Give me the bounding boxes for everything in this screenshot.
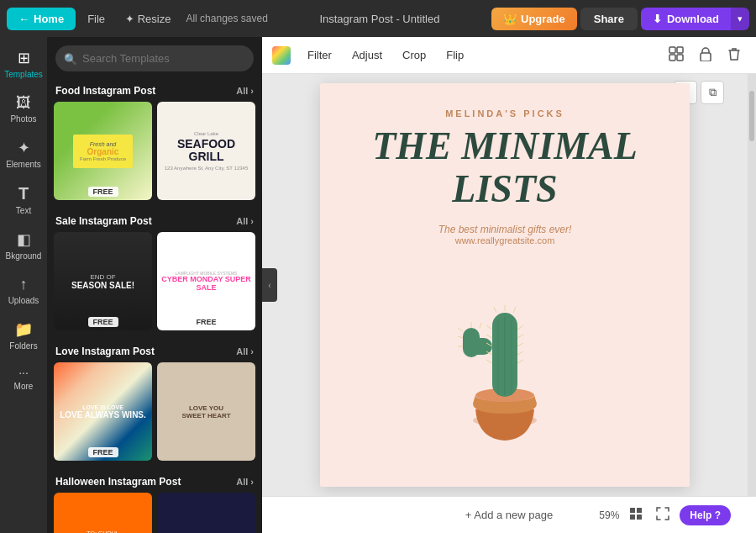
- filter-button[interactable]: Filter: [299, 45, 340, 66]
- background-label: Bkground: [6, 251, 42, 261]
- food-section-all[interactable]: All ›: [236, 86, 254, 96]
- svg-line-13: [486, 325, 492, 330]
- svg-line-20: [517, 343, 523, 346]
- free-badge-sale2: FREE: [191, 317, 221, 327]
- folders-label: Folders: [9, 341, 37, 351]
- food-section: Food Instagram Post All › Fresh and Orga…: [54, 80, 255, 200]
- free-badge-food1: FREE: [87, 187, 118, 197]
- card-desc-line2: www.reallygreatsite.com: [438, 235, 572, 245]
- sale-section: Sale Instagram Post All › END OF SEASON …: [54, 210, 255, 330]
- sidebar-item-text[interactable]: T Text: [3, 177, 45, 222]
- download-chevron-button[interactable]: ▾: [731, 8, 749, 30]
- sale-template-grid: END OF SEASON SALE! FREE LAMPLIGHT MOBIL…: [54, 232, 255, 330]
- food-template-2[interactable]: Clear Lake SEAFOOD GRILL 123 Anywhere St…: [157, 102, 255, 200]
- svg-line-21: [517, 351, 523, 355]
- templates-icon: ⊞: [18, 49, 30, 67]
- adjust-button[interactable]: Adjust: [344, 45, 391, 66]
- download-button[interactable]: ⬇ Download: [641, 8, 731, 30]
- love-section-header: Love Instagram Post All ›: [54, 340, 255, 362]
- search-box: 🔍: [47, 37, 262, 77]
- bottom-right-controls: 59% Help ?: [599, 504, 731, 526]
- elements-label: Elements: [6, 160, 41, 169]
- flip-button[interactable]: Flip: [438, 45, 472, 66]
- halloween-template-2[interactable]: A Spooky Affair Treat or Treat?: [157, 493, 255, 533]
- card-desc-line1: The best minimalist gifts ever!: [438, 224, 572, 235]
- love-template-grid: LOVE IS LOVE LOVE ALWAYS WINS. FREE LOVE…: [54, 362, 255, 461]
- canvas-bottom: + Add a new page 59% Help ?: [262, 496, 756, 533]
- sale-template-1[interactable]: END OF SEASON SALE! FREE: [54, 232, 152, 330]
- photos-label: Photos: [10, 114, 36, 124]
- food-section-title: Food Instagram Post: [55, 85, 155, 97]
- text-icon: T: [18, 184, 29, 203]
- svg-line-28: [494, 307, 496, 313]
- sidebar-item-uploads[interactable]: ↑ Uploads: [3, 269, 45, 312]
- love-template-1[interactable]: LOVE IS LOVE LOVE ALWAYS WINS. FREE: [54, 362, 152, 461]
- home-button[interactable]: ← Home: [7, 8, 76, 30]
- resize-button[interactable]: ✦ Resize: [117, 8, 179, 30]
- svg-rect-34: [637, 515, 642, 520]
- svg-line-23: [458, 328, 463, 331]
- add-page-button[interactable]: + Add a new page: [449, 504, 570, 526]
- lock-button[interactable]: [694, 43, 717, 68]
- collapse-panel-button[interactable]: ‹: [262, 268, 277, 302]
- grid-view-button[interactable]: [664, 43, 689, 68]
- svg-rect-4: [701, 53, 711, 61]
- copy-button-2[interactable]: ⧉: [701, 81, 724, 104]
- svg-rect-31: [630, 508, 635, 513]
- sidebar-item-more[interactable]: ··· More: [3, 359, 45, 398]
- delete-button[interactable]: [722, 43, 746, 68]
- home-icon: ←: [18, 13, 29, 25]
- card-subtitle: MELINDA'S PICKS: [445, 108, 564, 119]
- fullscreen-button[interactable]: [653, 504, 673, 526]
- top-nav: ← Home File ✦ Resize All changes saved I…: [0, 0, 756, 37]
- crop-button[interactable]: Crop: [394, 45, 434, 66]
- download-icon: ⬇: [653, 13, 662, 25]
- sidebar-item-background[interactable]: ◧ Bkground: [3, 224, 45, 267]
- file-button[interactable]: File: [79, 8, 113, 30]
- download-group: ⬇ Download ▾: [641, 8, 749, 30]
- photos-icon: 🖼: [16, 94, 31, 112]
- more-label: More: [14, 382, 34, 391]
- sidebar-item-templates[interactable]: ⊞ Templates: [3, 42, 45, 86]
- folders-icon: 📁: [14, 320, 33, 339]
- crown-icon: 👑: [503, 13, 517, 25]
- card-title: THE MINIMAL LISTS: [345, 125, 664, 210]
- sidebar-icons: ⊞ Templates 🖼 Photos ✦ Elements T Text ◧…: [0, 37, 47, 533]
- sidebar-item-folders[interactable]: 📁 Folders: [3, 314, 45, 357]
- halloween-template-1[interactable]: TO: GHOUL HAVE A SPOOKY HALLOWEEN!: [54, 493, 152, 533]
- canvas-scrollbar[interactable]: [748, 74, 756, 496]
- saved-status: All changes saved: [186, 13, 267, 24]
- svg-line-19: [517, 335, 523, 338]
- sidebar-item-elements[interactable]: ✦ Elements: [3, 132, 45, 176]
- svg-rect-33: [630, 515, 635, 520]
- sale-section-header: Sale Instagram Post All ›: [54, 210, 255, 232]
- text-label: Text: [16, 206, 31, 215]
- halloween-section-all[interactable]: All ›: [236, 477, 254, 487]
- love-template-2[interactable]: LOVE YOUSWEET HEART: [157, 362, 255, 461]
- search-input[interactable]: [55, 45, 254, 71]
- upgrade-button[interactable]: 👑 Upgrade: [491, 8, 577, 30]
- cactus-image: [412, 271, 597, 456]
- sale-section-all[interactable]: All ›: [236, 216, 254, 226]
- svg-rect-12: [463, 328, 480, 357]
- svg-line-14: [486, 335, 492, 338]
- templates-panel: 🔍 Food Instagram Post All › Fresh and Or…: [47, 37, 262, 533]
- svg-line-18: [517, 325, 523, 330]
- svg-line-17: [486, 360, 492, 363]
- canvas-viewport: ⎘ ⧉ MELINDA'S PICKS THE MINIMAL LISTS Th…: [262, 74, 748, 496]
- canva-logo: [272, 46, 291, 65]
- background-icon: ◧: [17, 230, 31, 249]
- share-button[interactable]: Share: [580, 8, 638, 30]
- love-section-all[interactable]: All ›: [236, 346, 254, 356]
- elements-icon: ✦: [18, 139, 30, 157]
- svg-line-27: [480, 323, 481, 328]
- zoom-level: 59%: [599, 509, 619, 521]
- food-template-1[interactable]: Fresh and Organic Farm Fresh Produce FRE…: [54, 102, 152, 200]
- help-button[interactable]: Help ?: [680, 505, 731, 525]
- sidebar-item-photos[interactable]: 🖼 Photos: [3, 87, 45, 130]
- love-section: Love Instagram Post All › LOVE IS LOVE L…: [54, 340, 255, 461]
- canvas-card[interactable]: MELINDA'S PICKS THE MINIMAL LISTS The be…: [320, 83, 690, 487]
- grid-layout-button[interactable]: [626, 504, 646, 526]
- food-section-header: Food Instagram Post All ›: [54, 80, 255, 102]
- sale-template-2[interactable]: LAMPLIGHT MOBILE SYSTEMS CYBER MONDAY SU…: [157, 232, 255, 330]
